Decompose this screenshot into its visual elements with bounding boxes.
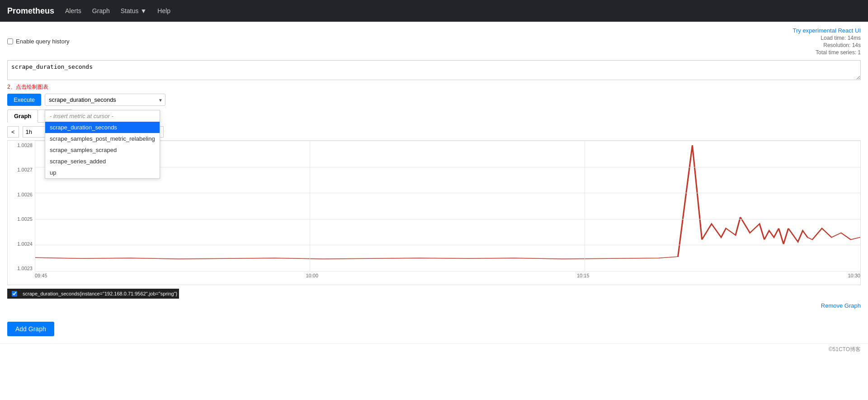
remove-graph-link[interactable]: Remove Graph bbox=[821, 302, 861, 309]
copyright: ©51CTO博客 bbox=[829, 346, 861, 352]
dropdown-item-samples-post[interactable]: scrape_samples_post_metric_relabeling bbox=[45, 133, 160, 144]
y-label-0: 1.0028 bbox=[8, 143, 33, 148]
y-label-4: 1.0024 bbox=[8, 241, 33, 247]
remove-graph-row: Remove Graph bbox=[7, 302, 861, 309]
enable-history-label[interactable]: Enable query history bbox=[7, 38, 70, 45]
dropdown-item-up[interactable]: up bbox=[45, 167, 160, 178]
navbar-alerts[interactable]: Alerts bbox=[65, 7, 81, 14]
x-axis: 09:45 10:00 10:15 10:30 bbox=[35, 271, 860, 285]
x-label-3: 10:30 bbox=[848, 273, 860, 285]
navbar-brand[interactable]: Prometheus bbox=[7, 6, 54, 16]
grid-h-4 bbox=[35, 245, 860, 245]
dropdown-item-samples-scraped[interactable]: scrape_samples_scraped bbox=[45, 144, 160, 156]
y-label-2: 1.0026 bbox=[8, 192, 33, 197]
navbar: Prometheus Alerts Graph Status ▼ Help bbox=[0, 0, 868, 22]
step2-annotation-top: 2、点击绘制图表 bbox=[7, 83, 861, 91]
metric-dropdown-list[interactable]: - insert metric at cursor - scrape_durat… bbox=[45, 110, 160, 179]
grid-v-1 bbox=[310, 141, 310, 271]
dropdown-item-series-added[interactable]: scrape_series_added bbox=[45, 156, 160, 167]
grid-v-3 bbox=[860, 141, 861, 271]
dropdown-item-scrape-duration[interactable]: scrape_duration_seconds bbox=[45, 122, 160, 133]
grid-h-3 bbox=[35, 219, 860, 219]
navbar-graph[interactable]: Graph bbox=[92, 7, 110, 14]
y-label-5: 1.0023 bbox=[8, 266, 33, 271]
try-react-link[interactable]: Try experimental React UI bbox=[793, 27, 861, 34]
resolution: Resolution: 14s bbox=[793, 42, 861, 48]
add-graph-row: Add Graph bbox=[0, 318, 868, 340]
metric-select[interactable]: - insert metric at cursor - scrape_durat… bbox=[45, 94, 165, 106]
top-bar: Enable query history Try experimental Re… bbox=[7, 27, 861, 56]
query-input[interactable] bbox=[7, 60, 861, 80]
y-label-1: 1.0027 bbox=[8, 167, 33, 172]
tab-graph[interactable]: Graph bbox=[7, 110, 38, 123]
x-label-2: 10:15 bbox=[577, 273, 590, 285]
grid-v-2 bbox=[585, 141, 585, 271]
dropdown-item-placeholder[interactable]: - insert metric at cursor - bbox=[45, 110, 160, 122]
y-axis: 1.0028 1.0027 1.0026 1.0025 1.0024 1.002… bbox=[8, 141, 35, 271]
legend-checkbox[interactable] bbox=[12, 291, 17, 296]
add-graph-button[interactable]: Add Graph bbox=[7, 322, 54, 336]
chart-legend: scrape_duration_seconds{instance="192.16… bbox=[7, 289, 179, 299]
legend-label: scrape_duration_seconds{instance="192.16… bbox=[23, 291, 177, 296]
x-label-0: 09:45 bbox=[35, 273, 47, 285]
load-time: Load time: 14ms bbox=[793, 35, 861, 41]
grid-h-2 bbox=[35, 193, 860, 193]
navbar-help[interactable]: Help bbox=[157, 7, 170, 14]
metric-select-wrapper: - insert metric at cursor - scrape_durat… bbox=[45, 94, 165, 106]
execute-button[interactable]: Execute bbox=[7, 94, 41, 106]
x-label-1: 10:00 bbox=[306, 273, 318, 285]
navbar-status[interactable]: Status ▼ bbox=[121, 7, 147, 14]
main-content: Enable query history Try experimental Re… bbox=[0, 22, 868, 318]
y-label-3: 1.0025 bbox=[8, 216, 33, 222]
top-right-info: Try experimental React UI Load time: 14m… bbox=[793, 27, 861, 56]
footer: ©51CTO博客 bbox=[0, 343, 868, 355]
step-back-button[interactable]: < bbox=[7, 126, 19, 138]
chevron-down-icon: ▼ bbox=[140, 7, 146, 14]
total-time-series: Total time series: 1 bbox=[793, 49, 861, 56]
grid-v-0 bbox=[35, 141, 35, 271]
enable-history-checkbox[interactable] bbox=[7, 38, 13, 44]
execute-row: Execute - insert metric at cursor - scra… bbox=[7, 94, 861, 106]
